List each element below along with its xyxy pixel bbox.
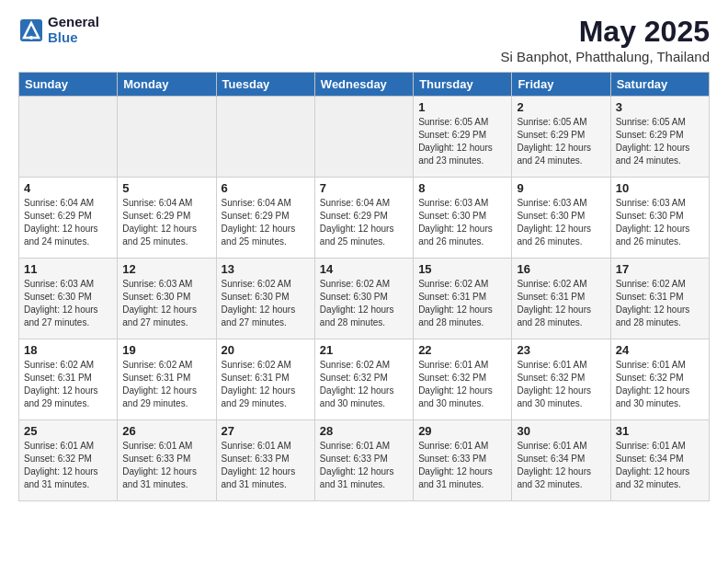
- day-number: 28: [320, 424, 408, 438]
- calendar-day-cell: 16Sunrise: 6:02 AM Sunset: 6:31 PM Dayli…: [512, 259, 610, 339]
- calendar-week-row: 25Sunrise: 6:01 AM Sunset: 6:32 PM Dayli…: [19, 420, 710, 501]
- day-number: 3: [616, 100, 704, 114]
- weekday-header-cell: Tuesday: [216, 73, 314, 97]
- day-number: 20: [222, 343, 310, 357]
- day-info: Sunrise: 6:01 AM Sunset: 6:32 PM Dayligh…: [616, 359, 704, 410]
- day-info: Sunrise: 6:01 AM Sunset: 6:32 PM Dayligh…: [418, 359, 506, 410]
- day-info: Sunrise: 6:04 AM Sunset: 6:29 PM Dayligh…: [24, 197, 112, 248]
- day-number: 13: [222, 262, 310, 276]
- calendar-week-row: 18Sunrise: 6:02 AM Sunset: 6:31 PM Dayli…: [19, 339, 710, 420]
- day-info: Sunrise: 6:02 AM Sunset: 6:30 PM Dayligh…: [320, 278, 408, 329]
- calendar-day-cell: 26Sunrise: 6:01 AM Sunset: 6:33 PM Dayli…: [118, 420, 216, 501]
- calendar-day-cell: 14Sunrise: 6:02 AM Sunset: 6:30 PM Dayli…: [314, 259, 413, 339]
- calendar-week-row: 4Sunrise: 6:04 AM Sunset: 6:29 PM Daylig…: [19, 178, 710, 259]
- calendar-day-cell: 24Sunrise: 6:01 AM Sunset: 6:32 PM Dayli…: [610, 339, 709, 420]
- day-number: 18: [24, 343, 112, 357]
- calendar-week-row: 11Sunrise: 6:03 AM Sunset: 6:30 PM Dayli…: [19, 259, 710, 339]
- calendar-day-cell: 17Sunrise: 6:02 AM Sunset: 6:31 PM Dayli…: [610, 259, 709, 339]
- calendar-day-cell: [118, 97, 216, 178]
- calendar-week-row: 1Sunrise: 6:05 AM Sunset: 6:29 PM Daylig…: [19, 97, 710, 178]
- calendar-day-cell: 6Sunrise: 6:04 AM Sunset: 6:29 PM Daylig…: [216, 178, 314, 259]
- day-info: Sunrise: 6:03 AM Sunset: 6:30 PM Dayligh…: [122, 278, 210, 329]
- header: General Blue May 2025 Si Banphot, Phatth…: [18, 15, 710, 64]
- day-number: 7: [320, 181, 408, 195]
- calendar-day-cell: 23Sunrise: 6:01 AM Sunset: 6:32 PM Dayli…: [512, 339, 610, 420]
- day-number: 30: [517, 424, 605, 438]
- weekday-header-cell: Saturday: [610, 73, 709, 97]
- day-info: Sunrise: 6:02 AM Sunset: 6:30 PM Dayligh…: [222, 278, 310, 329]
- day-info: Sunrise: 6:02 AM Sunset: 6:31 PM Dayligh…: [122, 359, 210, 410]
- day-info: Sunrise: 6:05 AM Sunset: 6:29 PM Dayligh…: [517, 116, 605, 167]
- day-info: Sunrise: 6:01 AM Sunset: 6:33 PM Dayligh…: [320, 440, 408, 491]
- logo-general-text: General: [48, 15, 99, 30]
- day-number: 25: [24, 424, 112, 438]
- day-number: 2: [517, 100, 605, 114]
- calendar-day-cell: 22Sunrise: 6:01 AM Sunset: 6:32 PM Dayli…: [414, 339, 512, 420]
- day-number: 14: [320, 262, 408, 276]
- day-info: Sunrise: 6:03 AM Sunset: 6:30 PM Dayligh…: [517, 197, 605, 248]
- day-number: 19: [122, 343, 210, 357]
- calendar-day-cell: 11Sunrise: 6:03 AM Sunset: 6:30 PM Dayli…: [19, 259, 118, 339]
- calendar-day-cell: 28Sunrise: 6:01 AM Sunset: 6:33 PM Dayli…: [314, 420, 413, 501]
- day-info: Sunrise: 6:05 AM Sunset: 6:29 PM Dayligh…: [418, 116, 506, 167]
- month-year: May 2025: [501, 15, 710, 49]
- location: Si Banphot, Phatthalung, Thailand: [501, 49, 710, 64]
- day-info: Sunrise: 6:01 AM Sunset: 6:34 PM Dayligh…: [616, 440, 704, 491]
- day-number: 11: [24, 262, 112, 276]
- day-info: Sunrise: 6:01 AM Sunset: 6:32 PM Dayligh…: [517, 359, 605, 410]
- day-info: Sunrise: 6:01 AM Sunset: 6:34 PM Dayligh…: [517, 440, 605, 491]
- day-info: Sunrise: 6:01 AM Sunset: 6:33 PM Dayligh…: [418, 440, 506, 491]
- logo-blue-text: Blue: [48, 30, 99, 46]
- day-info: Sunrise: 6:04 AM Sunset: 6:29 PM Dayligh…: [222, 197, 310, 248]
- svg-point-2: [29, 36, 33, 40]
- calendar-day-cell: 15Sunrise: 6:02 AM Sunset: 6:31 PM Dayli…: [414, 259, 512, 339]
- day-number: 12: [122, 262, 210, 276]
- day-info: Sunrise: 6:01 AM Sunset: 6:33 PM Dayligh…: [222, 440, 310, 491]
- calendar-day-cell: 5Sunrise: 6:04 AM Sunset: 6:29 PM Daylig…: [118, 178, 216, 259]
- weekday-header-cell: Friday: [512, 73, 610, 97]
- day-number: 8: [418, 181, 506, 195]
- calendar-day-cell: 3Sunrise: 6:05 AM Sunset: 6:29 PM Daylig…: [610, 97, 709, 178]
- day-info: Sunrise: 6:02 AM Sunset: 6:32 PM Dayligh…: [320, 359, 408, 410]
- day-info: Sunrise: 6:02 AM Sunset: 6:31 PM Dayligh…: [24, 359, 112, 410]
- day-number: 22: [418, 343, 506, 357]
- day-info: Sunrise: 6:02 AM Sunset: 6:31 PM Dayligh…: [418, 278, 506, 329]
- day-number: 31: [616, 424, 704, 438]
- calendar-day-cell: 29Sunrise: 6:01 AM Sunset: 6:33 PM Dayli…: [414, 420, 512, 501]
- day-info: Sunrise: 6:03 AM Sunset: 6:30 PM Dayligh…: [418, 197, 506, 248]
- day-info: Sunrise: 6:02 AM Sunset: 6:31 PM Dayligh…: [616, 278, 704, 329]
- day-number: 23: [517, 343, 605, 357]
- calendar-day-cell: 4Sunrise: 6:04 AM Sunset: 6:29 PM Daylig…: [19, 178, 118, 259]
- day-info: Sunrise: 6:04 AM Sunset: 6:29 PM Dayligh…: [122, 197, 210, 248]
- weekday-header-cell: Thursday: [414, 73, 512, 97]
- day-number: 10: [616, 181, 704, 195]
- day-number: 21: [320, 343, 408, 357]
- calendar-day-cell: 1Sunrise: 6:05 AM Sunset: 6:29 PM Daylig…: [414, 97, 512, 178]
- day-info: Sunrise: 6:05 AM Sunset: 6:29 PM Dayligh…: [616, 116, 704, 167]
- calendar-day-cell: 10Sunrise: 6:03 AM Sunset: 6:30 PM Dayli…: [610, 178, 709, 259]
- calendar-day-cell: 30Sunrise: 6:01 AM Sunset: 6:34 PM Dayli…: [512, 420, 610, 501]
- calendar-day-cell: 13Sunrise: 6:02 AM Sunset: 6:30 PM Dayli…: [216, 259, 314, 339]
- calendar-day-cell: 7Sunrise: 6:04 AM Sunset: 6:29 PM Daylig…: [314, 178, 413, 259]
- calendar-day-cell: 27Sunrise: 6:01 AM Sunset: 6:33 PM Dayli…: [216, 420, 314, 501]
- day-number: 16: [517, 262, 605, 276]
- day-number: 9: [517, 181, 605, 195]
- calendar-table: SundayMondayTuesdayWednesdayThursdayFrid…: [18, 72, 710, 501]
- day-number: 26: [122, 424, 210, 438]
- day-number: 4: [24, 181, 112, 195]
- calendar-day-cell: 12Sunrise: 6:03 AM Sunset: 6:30 PM Dayli…: [118, 259, 216, 339]
- calendar-day-cell: 25Sunrise: 6:01 AM Sunset: 6:32 PM Dayli…: [19, 420, 118, 501]
- weekday-header-row: SundayMondayTuesdayWednesdayThursdayFrid…: [19, 73, 710, 97]
- calendar-day-cell: 8Sunrise: 6:03 AM Sunset: 6:30 PM Daylig…: [414, 178, 512, 259]
- title-area: May 2025 Si Banphot, Phatthalung, Thaila…: [501, 15, 710, 64]
- day-info: Sunrise: 6:02 AM Sunset: 6:31 PM Dayligh…: [222, 359, 310, 410]
- calendar-day-cell: [19, 97, 118, 178]
- calendar-day-cell: 21Sunrise: 6:02 AM Sunset: 6:32 PM Dayli…: [314, 339, 413, 420]
- calendar-day-cell: [216, 97, 314, 178]
- day-number: 1: [418, 100, 506, 114]
- day-number: 6: [222, 181, 310, 195]
- weekday-header-cell: Wednesday: [314, 73, 413, 97]
- calendar-day-cell: 31Sunrise: 6:01 AM Sunset: 6:34 PM Dayli…: [610, 420, 709, 501]
- calendar-day-cell: 20Sunrise: 6:02 AM Sunset: 6:31 PM Dayli…: [216, 339, 314, 420]
- day-number: 27: [222, 424, 310, 438]
